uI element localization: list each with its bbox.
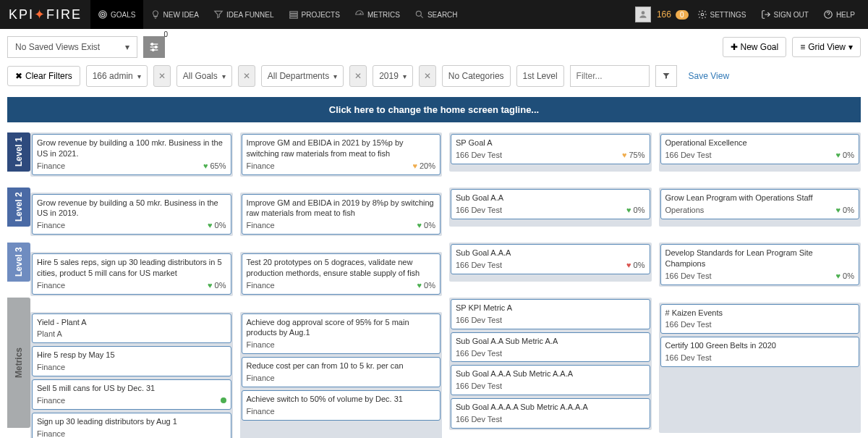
metrics-cell: SP KPI Metric A 166 Dev Test Sub Goal A.… <box>449 298 652 430</box>
goals-filter-clear[interactable]: ✕ <box>238 65 255 87</box>
save-view-link[interactable]: Save View <box>689 71 729 81</box>
metric-card[interactable]: # Kaizen Events 166 Dev Test <box>660 304 860 334</box>
goal-subtitle: Finance <box>37 161 65 172</box>
metric-card[interactable]: Yield - Plant A Plant A <box>32 313 231 344</box>
goal-card[interactable]: Hire 5 sales reps, sign up 30 leading di… <box>32 253 231 295</box>
nav-goals[interactable]: GOALS <box>90 0 142 29</box>
bulb-icon <box>150 9 161 20</box>
metric-card[interactable]: Certify 100 Green Belts in 2020 166 Dev … <box>660 337 860 367</box>
metric-subtitle: 166 Dev Test <box>456 348 502 359</box>
avatar[interactable] <box>635 7 651 22</box>
nav-label: IDEA FUNNEL <box>226 11 274 19</box>
nav-label: NEW IDEA <box>163 11 199 19</box>
goal-card[interactable]: SP Goal A 166 Dev Test ♥ 75% <box>451 134 650 164</box>
metrics-cell: Achieve dog approval score of 95% for 5 … <box>240 312 443 438</box>
metric-subtitle: 166 Dev Test <box>456 414 502 425</box>
goal-title: Improve GM and EBIDA in 2019 by 8%p by s… <box>247 198 436 219</box>
metric-card[interactable]: Sub Goal A.A.A.A Sub Metric A.A.A.A 166 … <box>451 398 650 429</box>
new-goal-button[interactable]: ✚ New Goal <box>723 37 787 57</box>
notification-badge[interactable]: 0 <box>676 10 689 20</box>
metric-card[interactable]: Sub Goal A.A Sub Metric A.A 166 Dev Test <box>451 332 650 363</box>
heart-icon: ♥ <box>417 221 422 229</box>
goal-percent: 0% <box>843 271 854 280</box>
goal-card[interactable]: Grow revenue by building a 50 mkr. Busin… <box>32 194 231 235</box>
logo[interactable]: KPI ✦ FIRE <box>0 7 90 22</box>
grid-view-dropdown[interactable]: ≡ Grid View ▾ <box>792 37 861 57</box>
saved-views-label: No Saved Views Exist <box>15 42 100 52</box>
goal-percent: 0% <box>424 221 435 229</box>
goal-card[interactable]: Grow revenue by building a 100 mkr. Busi… <box>32 134 231 175</box>
metric-card[interactable]: Reduce cost per can from 10 to 5 kr. per… <box>242 357 441 387</box>
goal-card[interactable]: Develop Standards for Lean Program Site … <box>660 244 860 285</box>
metric-title: Sub Goal A.A.A Sub Metric A.A.A <box>456 368 645 379</box>
signout-link[interactable]: SIGN OUT <box>755 9 814 20</box>
goal-card[interactable]: Improve GM and EBIDA in 2019 by 8%p by s… <box>242 194 441 235</box>
goal-title: Hire 5 sales reps, sign up 30 leading di… <box>37 257 226 279</box>
heart-icon: ♥ <box>203 161 208 170</box>
filter-sliders-button[interactable]: 0 <box>143 36 165 58</box>
help-link[interactable]: HELP <box>817 9 861 20</box>
level1-cell: Grow revenue by building a 100 mkr. Busi… <box>30 132 233 177</box>
goals-filter[interactable]: All Goals▾ <box>176 65 232 87</box>
chevron-down-icon: ▾ <box>222 72 226 80</box>
goal-card[interactable]: Grow Lean Program with Operations Staff … <box>660 189 860 219</box>
departments-filter[interactable]: All Departments▾ <box>261 65 344 87</box>
nav-new-idea[interactable]: NEW IDEA <box>143 0 206 29</box>
goal-card[interactable]: Improve GM and EBIDA in 2021 by 15%p by … <box>242 134 441 175</box>
apply-filter-button[interactable] <box>655 65 677 87</box>
heart-icon: ♥ <box>622 151 627 159</box>
metric-subtitle: 166 Dev Test <box>456 315 502 326</box>
goal-subtitle: 166 Dev Test <box>456 205 502 216</box>
admin-filter-clear[interactable]: ✕ <box>153 65 171 87</box>
level2-cell: Improve GM and EBIDA in 2019 by 8%p by s… <box>240 193 443 237</box>
chevron-down-icon: ▾ <box>403 72 407 80</box>
year-filter-clear[interactable]: ✕ <box>419 65 436 87</box>
metric-card[interactable]: SP KPI Metric A 166 Dev Test <box>451 299 650 329</box>
nav-search[interactable]: SEARCH <box>407 0 465 29</box>
topbar: KPI ✦ FIRE GOALS NEW IDEA IDEA FUNNEL PR… <box>0 0 868 29</box>
goals-grid: Level 1 Level 2 Level 3 Metrics Grow rev… <box>0 132 868 438</box>
goal-card[interactable]: Operational Excellence 166 Dev Test ♥ 0% <box>660 134 860 164</box>
level2-cell: Grow revenue by building a 50 mkr. Busin… <box>30 193 233 237</box>
goal-subtitle: Finance <box>247 280 275 291</box>
metric-card[interactable]: Hire 5 resp by May 15 Finance <box>32 346 231 376</box>
metric-subtitle: Finance <box>37 395 65 406</box>
gauge-icon <box>354 9 365 20</box>
admin-filter[interactable]: 166 admin▾ <box>86 65 148 87</box>
saved-views-dropdown[interactable]: No Saved Views Exist ▾ <box>7 36 137 58</box>
nav-idea-funnel[interactable]: IDEA FUNNEL <box>206 0 281 29</box>
metric-subtitle: Finance <box>247 373 275 384</box>
goal-subtitle: Finance <box>37 280 65 291</box>
nav-metrics[interactable]: METRICS <box>347 0 407 29</box>
new-goal-label: New Goal <box>741 42 779 52</box>
clear-filters-button[interactable]: ✖ Clear Filters <box>7 66 80 86</box>
level-3-label: Level 3 <box>7 243 30 282</box>
heart-icon: ♥ <box>208 221 213 229</box>
metric-card[interactable]: Sell 5 mill cans for US by Dec. 31 Finan… <box>32 379 231 410</box>
metric-card[interactable]: Sign up 30 leading distributors by Aug 1… <box>32 413 231 438</box>
metric-card[interactable]: Achieve switch to 50% of volume by Dec. … <box>242 390 441 421</box>
goal-card[interactable]: Sub Goal A.A 166 Dev Test ♥ 0% <box>451 189 650 219</box>
year-filter[interactable]: 2019▾ <box>373 65 413 87</box>
metric-card[interactable]: Achieve dog approval score of 95% for 5 … <box>242 313 441 355</box>
metrics-cell: # Kaizen Events 166 Dev Test Certify 100… <box>659 303 861 433</box>
goal-percent: 0% <box>843 206 854 214</box>
metric-title: Yield - Plant A <box>37 317 226 328</box>
goal-card[interactable]: Test 20 prototypes on 5 dograces, valida… <box>242 253 441 295</box>
clear-filters-label: Clear Filters <box>25 71 72 81</box>
departments-filter-clear[interactable]: ✕ <box>349 65 367 87</box>
tagline-banner[interactable]: Click here to change the home screen tag… <box>7 97 861 122</box>
goal-card[interactable]: Sub Goal A.A.A 166 Dev Test ♥ 0% <box>451 244 650 274</box>
nav-projects[interactable]: PROJECTS <box>281 0 347 29</box>
goal-title: Develop Standards for Lean Program Site … <box>665 248 855 269</box>
metric-card[interactable]: Sub Goal A.A.A Sub Metric A.A.A 166 Dev … <box>451 365 650 395</box>
level-filter[interactable]: 1st Level <box>516 65 564 87</box>
metrics-label: Metrics <box>7 298 30 428</box>
filter-input[interactable] <box>570 65 650 87</box>
svg-point-14 <box>151 43 153 46</box>
logo-text-right: FIRE <box>46 7 82 22</box>
heart-icon: ♥ <box>836 206 841 214</box>
categories-filter[interactable]: No Categories <box>442 65 511 87</box>
settings-link[interactable]: SETTINGS <box>692 9 752 20</box>
metric-title: Sub Goal A.A.A.A Sub Metric A.A.A.A <box>456 402 645 413</box>
